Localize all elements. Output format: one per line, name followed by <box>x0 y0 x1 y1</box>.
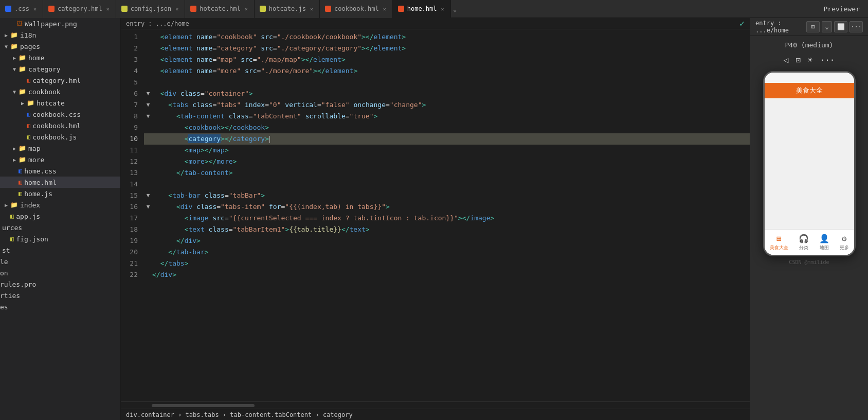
phone-tab-cookbook-label: 美食大全 <box>770 244 788 251</box>
line-num-20: 20 <box>121 247 144 258</box>
code-line-13: 13 </tab-content> <box>121 167 750 179</box>
line-num-7: 7 <box>121 99 144 111</box>
line-content-7: <tabs class="tabs" index="0" vertical="f… <box>152 99 750 111</box>
prev-more-button[interactable]: ··· <box>818 54 837 66</box>
tab-home-html[interactable]: home.hml ✕ <box>393 0 451 18</box>
scrollbar-thumb[interactable] <box>152 404 255 407</box>
sidebar-item-more[interactable]: ▶ 📁 more <box>0 154 120 165</box>
file-icon-cookbook-js: ◧ <box>27 133 30 141</box>
line-num-10: 10 <box>121 133 144 145</box>
code-line-19: 19 </div> <box>121 235 750 247</box>
brightness-button[interactable]: ☀ <box>806 54 815 66</box>
sidebar-item-cookbook-js[interactable]: ◧ cookbook.js <box>0 131 120 143</box>
sidebar-label-pages: pages <box>20 43 40 50</box>
sidebar-item-st: st <box>0 244 120 256</box>
sidebar-label-rules: rules.pro <box>0 281 36 288</box>
sidebar-item-fig-json[interactable]: ◧ fig.json <box>0 233 120 244</box>
phone-main-content <box>765 98 854 229</box>
line-num-2: 2 <box>121 43 144 54</box>
file-icon-category-hml: ◧ <box>27 77 30 84</box>
code-editor[interactable]: 1 <element name="cookbook" src="./cookbo… <box>121 29 750 401</box>
sidebar-item-pages[interactable]: ▼ 📁 pages <box>0 41 120 52</box>
line-fold-7: ▼ <box>144 99 152 111</box>
line-content-20: </tab-bar> <box>152 247 750 258</box>
code-line-22: 22 </div> <box>121 269 750 281</box>
sidebar-item-app-js[interactable]: ◧ app.js <box>0 211 120 222</box>
tab-hotcate-html[interactable]: hotcate.hml ✕ <box>185 0 255 18</box>
editor-entry-path: entry : ...e/home <box>126 20 189 27</box>
code-line-14: 14 <box>121 179 750 190</box>
tab-home-close[interactable]: ✕ <box>440 6 445 12</box>
hotcate-html-icon <box>190 6 196 12</box>
hotcate-js-icon <box>260 6 266 12</box>
home-html-icon <box>398 6 404 12</box>
horizontal-scrollbar[interactable] <box>121 401 750 409</box>
tab-category-html[interactable]: category.hml ✕ <box>43 0 116 18</box>
file-icon-home-hml: ◧ <box>19 179 22 186</box>
sidebar-item-hotcate[interactable]: ▶ 📁 hotcate <box>0 97 120 109</box>
phone-tab-cookbook-icon: ⊞ <box>776 234 782 243</box>
back-button[interactable]: ◁ <box>782 54 791 66</box>
file-icon-cookbook-hml: ◧ <box>27 122 30 129</box>
line-num-6: 6 <box>121 88 144 99</box>
tab-config-json[interactable]: config.json ✕ <box>116 0 186 18</box>
sidebar-label-cookbook-js: cookbook.js <box>32 133 77 141</box>
sidebar-item-home-js[interactable]: ◧ home.js <box>0 188 120 199</box>
line-content-22: </div> <box>152 269 750 281</box>
tab-cookbook-html[interactable]: cookbook.hml ✕ <box>320 0 393 18</box>
tab-hotcate-close[interactable]: ✕ <box>244 6 249 12</box>
sidebar-item-cookbook-hml[interactable]: ◧ cookbook.hml <box>0 120 120 131</box>
layout-toggle-button[interactable]: ⌄ <box>822 21 832 32</box>
code-line-4: 4 <element name="more" src="./more/more"… <box>121 65 750 77</box>
phone-tab-map[interactable]: 👤 地图 <box>819 234 829 251</box>
phone-frame: 美食大全 ⊞ 美食大全 🎧 分类 👤 <box>763 71 856 256</box>
watermark: CSDN @mmilide <box>789 259 829 265</box>
sidebar-item-i18n[interactable]: ▶ 📁 i18n <box>0 29 120 41</box>
file-icon-home-js: ◧ <box>19 190 22 197</box>
tab-css[interactable]: .css ✕ <box>0 0 43 18</box>
expand-button[interactable]: ⬜ <box>834 21 847 32</box>
phone-tab-category[interactable]: 🎧 分类 <box>799 234 809 251</box>
line-num-21: 21 <box>121 258 144 269</box>
breadcrumb-text: div.container › tabs.tabs › tab-content.… <box>126 411 353 418</box>
sidebar-item-category-hml[interactable]: ◧ category.hml <box>0 75 120 86</box>
tab-hotcatejs-close[interactable]: ✕ <box>309 6 314 12</box>
sidebar-item-home-hml[interactable]: ◧ home.hml <box>0 177 120 188</box>
tab-cookbook-close[interactable]: ✕ <box>382 6 387 12</box>
tab-css-close[interactable]: ✕ <box>32 6 38 12</box>
sidebar-item-cookbook[interactable]: ▼ 📁 cookbook <box>0 86 120 97</box>
line-fold-15: ▼ <box>144 190 152 201</box>
tab-more-button[interactable]: ⌄ <box>453 5 457 13</box>
sidebar-item-home[interactable]: ▶ 📁 home <box>0 52 120 63</box>
line-num-18: 18 <box>121 224 144 235</box>
more-options-button[interactable]: ··· <box>849 21 863 32</box>
tab-category-close[interactable]: ✕ <box>105 6 111 12</box>
line-content-3: <element name="map" src="./map/map"></el… <box>152 54 750 65</box>
phone-tab-more-label: 更多 <box>840 244 849 251</box>
sidebar-item-cookbook-css[interactable]: ◧ cookbook.css <box>0 109 120 120</box>
code-line-6: 6 ▼ <div class="container"> <box>121 88 750 99</box>
breadcrumb-bar: div.container › tabs.tabs › tab-content.… <box>121 409 750 420</box>
sidebar-item-map[interactable]: ▶ 📁 map <box>0 143 120 154</box>
phone-tab-more[interactable]: ⚙ 更多 <box>840 234 849 251</box>
sidebar-label-index: index <box>20 201 40 209</box>
tab-config-close[interactable]: ✕ <box>174 6 179 12</box>
phone-tab-cookbook[interactable]: ⊞ 美食大全 <box>770 234 788 251</box>
line-fold-8: ▼ <box>144 111 152 122</box>
sidebar-item-index[interactable]: ▶ 📁 index <box>0 199 120 211</box>
sidebar-label-es: es <box>0 303 8 311</box>
rotate-button[interactable]: ⊡ <box>793 54 803 66</box>
line-content-8: <tab-content class="tabContent" scrollab… <box>152 111 750 122</box>
sidebar-item-category[interactable]: ▼ 📁 category <box>0 63 120 75</box>
tab-hotcate-js[interactable]: hotcate.js ✕ <box>255 0 320 18</box>
file-icon-home-css: ◧ <box>19 167 22 174</box>
line-num-9: 9 <box>121 122 144 133</box>
sidebar-item-rules[interactable]: rules.pro <box>0 278 120 290</box>
phone-app-title: 美食大全 <box>796 86 823 95</box>
tab-css-label: .css <box>14 5 29 12</box>
grid-view-button[interactable]: ⊞ <box>806 21 820 32</box>
cookbook-html-icon <box>325 6 331 12</box>
line-content-10: <category></category> <box>152 133 750 145</box>
sidebar-item-wallpaper[interactable]: 🖼 Wallpaper.png <box>0 18 120 29</box>
sidebar-item-home-css[interactable]: ◧ home.css <box>0 165 120 177</box>
